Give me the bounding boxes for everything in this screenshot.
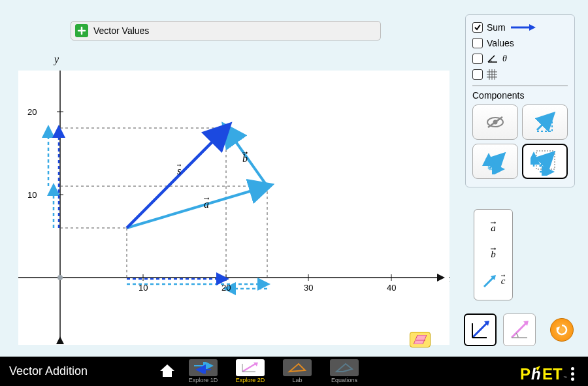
creator-slot-b[interactable]: b — [474, 243, 512, 266]
nav-screen-lab[interactable]: Lab — [278, 359, 316, 383]
creator-slot-c[interactable]: c — [474, 270, 512, 293]
svg-point-7 — [57, 275, 63, 280]
reset-icon — [555, 323, 569, 337]
screen-label: Explore 1D — [189, 377, 218, 383]
separator — [472, 86, 568, 86]
svg-line-48 — [472, 323, 487, 338]
coord-mode-group — [464, 314, 536, 346]
components-label: Components — [472, 90, 568, 101]
explore-1d-icon — [189, 359, 218, 376]
creator-b-label: b — [491, 249, 496, 260]
angle-icon — [487, 54, 498, 63]
polar-mode-button[interactable] — [503, 314, 536, 346]
sum-arrow-icon — [510, 24, 536, 31]
creator-c-label: c — [501, 276, 506, 287]
eye-off-icon — [485, 116, 505, 129]
phet-button[interactable]: P h ET ™ — [520, 364, 576, 383]
on-axis-components-icon — [531, 147, 559, 176]
home-button[interactable] — [150, 362, 184, 381]
svg-text:P: P — [520, 365, 531, 383]
navigation-bar: Vector Addition Explore 1D Explore 2D La… — [0, 357, 588, 386]
svg-marker-29 — [414, 335, 427, 344]
equations-icon — [330, 359, 359, 376]
component-style-triangle[interactable] — [522, 105, 568, 140]
option-sum[interactable]: Sum — [472, 20, 568, 35]
svg-line-43 — [540, 155, 551, 167]
screen-label: Explore 2D — [236, 377, 265, 383]
nav-screen-equations[interactable]: Equations — [325, 359, 363, 383]
svg-marker-63 — [336, 364, 352, 372]
y-tick-20: 20 — [27, 107, 37, 117]
reset-all-button[interactable] — [550, 318, 574, 342]
values-label: Values — [487, 38, 514, 48]
component-style-none[interactable] — [472, 105, 518, 140]
svg-line-36 — [537, 116, 551, 130]
parallelogram-components-icon — [482, 148, 508, 174]
grid-icon — [487, 69, 497, 80]
checkbox-unchecked-icon — [472, 69, 483, 80]
sum-label: Sum — [487, 22, 506, 33]
option-values[interactable]: Values — [472, 36, 568, 50]
option-grid[interactable] — [472, 67, 568, 82]
x-tick-10: 10 — [139, 283, 148, 293]
y-tick-10: 10 — [27, 190, 37, 200]
phet-logo-icon: P h ET ™ — [520, 364, 567, 383]
creator-a-label: a — [491, 223, 496, 234]
svg-line-39 — [489, 156, 502, 169]
svg-marker-62 — [289, 364, 305, 372]
vector-label-s: s — [177, 165, 181, 177]
svg-text:™: ™ — [563, 376, 567, 380]
svg-line-58 — [242, 364, 255, 372]
lab-icon — [283, 359, 312, 376]
x-tick-30: 30 — [304, 283, 313, 293]
theta-label: θ — [502, 54, 507, 64]
x-tick-20: 20 — [221, 283, 231, 293]
vector-label-b: b — [242, 153, 248, 165]
vector-values-title: Vector Values — [93, 25, 149, 36]
cartesian-icon — [468, 318, 492, 342]
checkbox-checked-icon — [472, 22, 483, 33]
svg-marker-32 — [529, 24, 536, 31]
cartesian-mode-button[interactable] — [464, 314, 497, 346]
polar-icon — [508, 318, 531, 342]
screen-label: Equations — [331, 377, 357, 383]
vector-creator-panel: a b c — [474, 209, 513, 300]
checkbox-unchecked-icon — [472, 38, 483, 48]
svg-line-46 — [484, 278, 493, 287]
graph-svg — [18, 71, 449, 345]
y-axis-label: y — [54, 54, 59, 65]
nav-screen-explore-1d[interactable]: Explore 1D — [184, 359, 222, 383]
creator-arrow-icon — [482, 274, 497, 289]
component-style-on-axis[interactable] — [522, 144, 568, 179]
nav-screen-explore-2d[interactable]: Explore 2D — [231, 359, 269, 383]
screen-label: Lab — [292, 377, 302, 383]
kebab-menu-icon — [571, 367, 576, 381]
home-icon — [159, 362, 176, 378]
vector-label-a: a — [204, 199, 209, 210]
explore-2d-icon — [236, 359, 265, 376]
checkbox-unchecked-icon — [472, 54, 483, 64]
creator-slot-a[interactable]: a — [474, 216, 512, 240]
triangle-components-icon — [532, 109, 558, 135]
graph-area[interactable]: 10 20 30 40 10 20 a b s — [18, 71, 449, 345]
eraser-button[interactable] — [410, 332, 431, 347]
options-panel: Sum Values θ Components — [465, 14, 575, 187]
expand-icon — [75, 24, 88, 37]
svg-line-52 — [512, 323, 526, 338]
component-style-parallelogram[interactable] — [472, 144, 518, 179]
svg-text:ET: ET — [542, 365, 563, 383]
option-angle[interactable]: θ — [472, 52, 568, 66]
sim-title: Vector Addition — [0, 364, 150, 378]
x-tick-40: 40 — [387, 283, 396, 293]
vector-values-accordion[interactable]: Vector Values — [71, 21, 381, 40]
